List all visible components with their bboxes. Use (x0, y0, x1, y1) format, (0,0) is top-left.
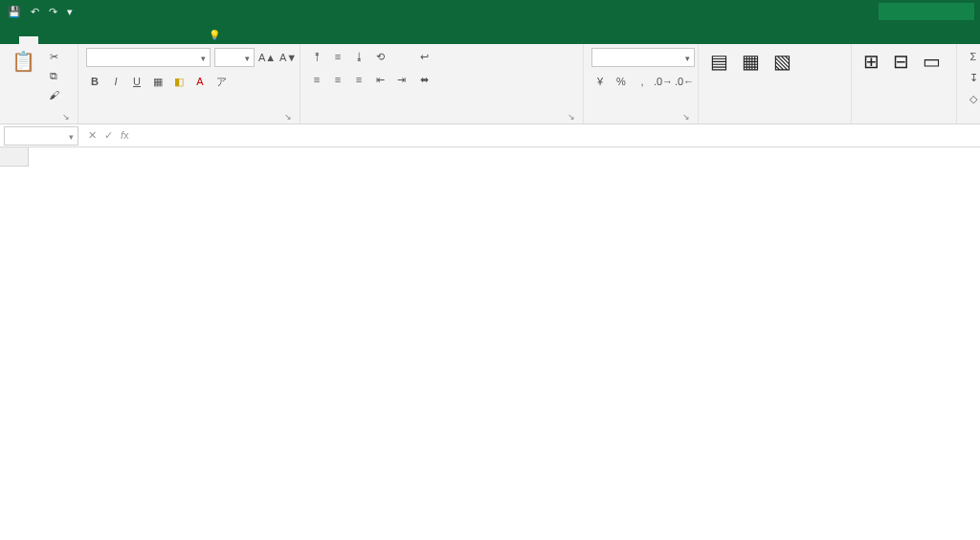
decrease-decimal-icon[interactable]: .0← (676, 73, 693, 90)
qat-customize-icon[interactable]: ▾ (67, 6, 73, 18)
font-launcher-icon[interactable]: ↘ (284, 112, 292, 122)
increase-decimal-icon[interactable]: .0→ (655, 73, 672, 90)
decrease-font-icon[interactable]: A▼ (279, 49, 297, 66)
align-middle-icon[interactable]: ≡ (329, 48, 346, 65)
align-left-icon[interactable]: ≡ (308, 71, 325, 88)
decrease-indent-icon[interactable]: ⇤ (371, 71, 389, 88)
autosum-icon[interactable]: Σ (965, 48, 980, 65)
tab-home[interactable] (19, 36, 38, 44)
insert-cells-icon: ⊞ (863, 50, 880, 73)
orientation-icon[interactable]: ⟲ (371, 48, 389, 65)
cut-icon[interactable]: ✂ (45, 48, 62, 65)
undo-icon[interactable]: ↶ (31, 6, 39, 18)
alignment-launcher-icon[interactable]: ↘ (568, 112, 575, 122)
group-editing-partial: Σ ↧ ◇ (957, 44, 980, 124)
font-color-icon[interactable]: A (191, 73, 209, 90)
align-right-icon[interactable]: ≡ (350, 71, 368, 88)
font-family-combo[interactable] (86, 48, 211, 67)
merge-center-button[interactable]: ⬌ (415, 71, 436, 88)
font-size-combo[interactable] (214, 48, 255, 67)
clear-icon[interactable]: ◇ (965, 90, 980, 107)
titlebar: 💾 ↶ ↷ ▾ (0, 0, 980, 23)
format-cells-button[interactable]: ▭ (919, 48, 945, 77)
align-top-icon[interactable]: ⭱ (308, 48, 325, 65)
tab-insert[interactable] (38, 36, 57, 44)
comma-icon[interactable]: , (634, 73, 651, 90)
paste-button[interactable]: 📋 (8, 48, 39, 77)
group-number: ¥ % , .0→ .0← ↘ (584, 44, 699, 124)
cell-styles-button[interactable]: ▧ (769, 48, 795, 77)
save-icon[interactable]: 💾 (8, 6, 21, 18)
tab-formulas[interactable] (77, 36, 96, 44)
group-font: A▲ A▼ B I U ▦ ◧ A ア ↘ (78, 44, 301, 124)
cancel-formula-icon[interactable]: ✕ (88, 129, 97, 142)
fill-icon[interactable]: ↧ (965, 69, 980, 86)
table-format-button[interactable]: ▦ (738, 48, 764, 77)
align-center-icon[interactable]: ≡ (329, 71, 346, 88)
tab-review[interactable] (115, 36, 134, 44)
redo-icon[interactable]: ↷ (49, 6, 57, 18)
group-styles-label (706, 120, 843, 122)
percent-icon[interactable]: % (612, 73, 630, 90)
group-styles: ▤ ▦ ▧ (699, 44, 852, 124)
underline-icon[interactable]: U (128, 73, 145, 90)
conditional-format-button[interactable]: ▤ (706, 48, 732, 77)
tab-view[interactable] (134, 36, 153, 44)
tab-developer[interactable] (153, 36, 172, 44)
format-painter-icon[interactable]: 🖌 (45, 86, 62, 103)
group-cells: ⊞ ⊟ ▭ (852, 44, 957, 124)
number-launcher-icon[interactable]: ↘ (682, 112, 690, 122)
table-format-icon: ▦ (742, 50, 760, 73)
formula-bar: ✕ ✓ fx (0, 124, 980, 147)
tab-page-layout[interactable] (57, 36, 77, 44)
tab-help[interactable] (172, 36, 191, 44)
bold-icon[interactable]: B (86, 73, 103, 90)
tab-file[interactable] (0, 36, 19, 44)
copy-icon[interactable]: ⧉ (45, 67, 62, 84)
select-all-corner[interactable] (0, 147, 29, 167)
currency-icon[interactable]: ¥ (591, 73, 609, 90)
clipboard-launcher-icon[interactable]: ↘ (62, 112, 70, 122)
paste-icon: 📋 (11, 50, 35, 73)
group-cells-label (859, 120, 948, 122)
group-clipboard: 📋 ✂ ⧉ 🖌 ↘ (0, 44, 78, 124)
wrap-text-button[interactable]: ↩ (415, 48, 436, 65)
fill-color-icon[interactable]: ◧ (170, 73, 188, 90)
increase-indent-icon[interactable]: ⇥ (392, 71, 410, 88)
tell-me[interactable] (199, 25, 234, 44)
increase-font-icon[interactable]: A▲ (258, 49, 276, 66)
account-area[interactable] (879, 3, 974, 20)
tab-data[interactable] (96, 36, 115, 44)
format-cells-icon: ▭ (923, 50, 941, 73)
fx-icon[interactable]: fx (121, 129, 129, 142)
phonetic-icon[interactable]: ア (212, 73, 230, 90)
name-box[interactable] (4, 126, 78, 146)
ribbon-tabs (0, 23, 980, 44)
cond-format-icon: ▤ (710, 50, 728, 73)
bulb-icon (209, 29, 220, 40)
number-format-combo[interactable] (591, 48, 695, 67)
delete-cells-button[interactable]: ⊟ (889, 48, 913, 77)
ribbon: 📋 ✂ ⧉ 🖌 ↘ A▲ A▼ B I U ▦ ◧ (0, 44, 980, 124)
cell-styles-icon: ▧ (773, 50, 791, 73)
align-bottom-icon[interactable]: ⭳ (350, 48, 368, 65)
wrap-icon: ↩ (415, 48, 433, 65)
delete-cells-icon: ⊟ (893, 50, 909, 73)
quick-access-toolbar: 💾 ↶ ↷ ▾ (0, 6, 80, 18)
worksheet-grid[interactable] (0, 147, 980, 540)
merge-icon: ⬌ (415, 71, 433, 88)
italic-icon[interactable]: I (107, 73, 124, 90)
insert-cells-button[interactable]: ⊞ (859, 48, 883, 77)
enter-formula-icon[interactable]: ✓ (104, 129, 113, 142)
border-icon[interactable]: ▦ (149, 73, 167, 90)
group-alignment: ⭱ ≡ ⭳ ⟲ ≡ ≡ ≡ ⇤ ⇥ ↩ ⬌ ↘ (301, 44, 584, 124)
